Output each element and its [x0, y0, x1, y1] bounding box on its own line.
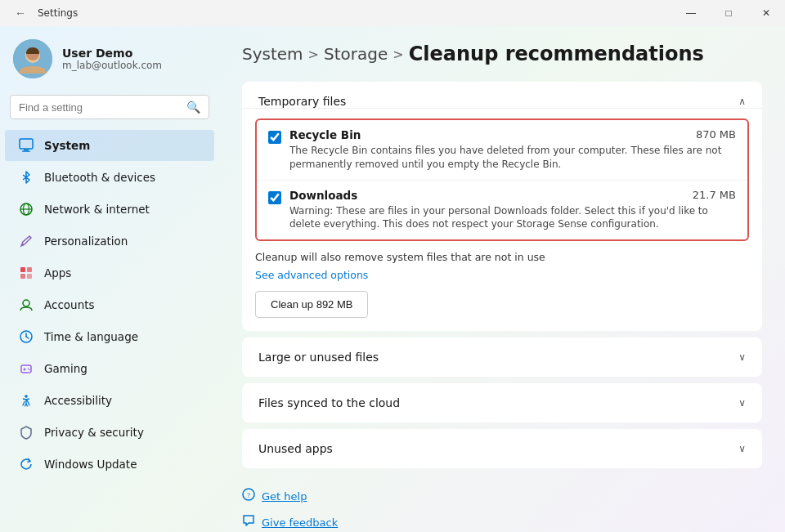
personalization-icon: [18, 233, 34, 249]
back-button[interactable]: ←: [10, 3, 31, 23]
network-icon: [18, 201, 34, 217]
downloads-item: Downloads 21.7 MB Warning: These are fil…: [257, 181, 747, 240]
give-feedback-link[interactable]: Give feedback: [242, 511, 762, 532]
large-unused-header[interactable]: Large or unused files ∨: [242, 338, 762, 377]
recycle-bin-name-row: Recycle Bin 870 MB: [289, 128, 736, 141]
sidebar-item-bluetooth[interactable]: Bluetooth & devices: [5, 162, 214, 193]
privacy-icon: [18, 424, 34, 440]
see-advanced-link[interactable]: See advanced options: [255, 269, 368, 281]
downloads-details: Downloads 21.7 MB Warning: These are fil…: [289, 189, 736, 232]
cleanup-button[interactable]: Clean up 892 MB: [255, 291, 368, 318]
sidebar-item-apps[interactable]: Apps: [5, 257, 214, 288]
unused-apps-header[interactable]: Unused apps ∨: [242, 429, 762, 468]
downloads-size: 21.7 MB: [693, 189, 736, 201]
sidebar-item-system-label: System: [44, 139, 90, 152]
temporary-files-label: Temporary files: [258, 95, 346, 108]
give-feedback-label: Give feedback: [262, 516, 338, 529]
titlebar: ← Settings — □ ✕: [0, 0, 785, 26]
svg-rect-13: [27, 274, 32, 279]
svg-line-17: [26, 337, 29, 338]
svg-rect-10: [20, 267, 25, 272]
accounts-icon: [18, 297, 34, 313]
unused-apps-section: Unused apps ∨: [242, 429, 762, 468]
chevron-down-icon-1: ∨: [738, 351, 746, 363]
bluetooth-icon: [18, 169, 34, 186]
window-title: Settings: [38, 7, 78, 19]
sidebar-item-personalization-label: Personalization: [44, 235, 128, 248]
help-icon: ?: [242, 488, 255, 504]
cloud-sync-header[interactable]: Files synced to the cloud ∨: [242, 383, 762, 422]
cloud-sync-section: Files synced to the cloud ∨: [242, 383, 762, 422]
sidebar-item-time[interactable]: Time & language: [5, 321, 214, 352]
sidebar-item-privacy-label: Privacy & security: [44, 426, 144, 439]
apps-icon: [18, 265, 34, 281]
sidebar-item-accessibility[interactable]: Accessibility: [5, 385, 214, 416]
svg-rect-3: [20, 139, 33, 149]
content-area: System > Storage > Cleanup recommendatio…: [219, 26, 785, 532]
user-info: User Demo m_lab@outlook.com: [62, 47, 162, 71]
search-box[interactable]: 🔍: [10, 95, 209, 119]
unused-apps-label: Unused apps: [258, 442, 333, 455]
window-controls: — □ ✕: [672, 0, 785, 26]
chevron-up-icon: ∧: [738, 96, 746, 107]
page-title: Cleanup recommendations: [409, 42, 704, 65]
sidebar-item-update-label: Windows Update: [44, 458, 137, 471]
svg-rect-12: [20, 274, 25, 279]
recycle-bin-size: 870 MB: [696, 128, 736, 141]
sidebar-item-network-label: Network & internet: [44, 203, 150, 216]
large-unused-section: Large or unused files ∨: [242, 338, 762, 377]
breadcrumb-sep-1: >: [308, 47, 319, 62]
get-help-link[interactable]: ? Get help: [242, 485, 762, 507]
user-profile: User Demo m_lab@outlook.com: [0, 26, 219, 92]
gaming-icon: [18, 360, 34, 377]
recycle-bin-checkbox[interactable]: [268, 131, 281, 144]
sidebar-item-personalization[interactable]: Personalization: [5, 226, 214, 257]
sidebar: User Demo m_lab@outlook.com 🔍 System Blu…: [0, 26, 219, 532]
user-email: m_lab@outlook.com: [62, 60, 162, 71]
sidebar-item-privacy[interactable]: Privacy & security: [5, 417, 214, 448]
search-icon: 🔍: [186, 101, 200, 114]
app-body: User Demo m_lab@outlook.com 🔍 System Blu…: [0, 26, 785, 532]
svg-text:?: ?: [247, 491, 250, 499]
close-button[interactable]: ✕: [747, 0, 785, 26]
cloud-sync-label: Files synced to the cloud: [258, 396, 400, 409]
minimize-button[interactable]: —: [672, 0, 710, 26]
svg-rect-4: [24, 150, 29, 151]
svg-point-9: [21, 244, 24, 246]
temporary-files-body: Recycle Bin 870 MB The Recycle Bin conta…: [242, 108, 762, 331]
svg-rect-11: [27, 267, 32, 272]
sidebar-item-system[interactable]: System: [5, 130, 214, 161]
recycle-bin-details: Recycle Bin 870 MB The Recycle Bin conta…: [289, 128, 736, 172]
svg-point-21: [29, 369, 30, 371]
breadcrumb-system: System: [242, 44, 303, 64]
sidebar-item-update[interactable]: Windows Update: [5, 449, 214, 480]
accessibility-icon: [18, 392, 34, 409]
sidebar-item-network[interactable]: Network & internet: [5, 194, 214, 225]
svg-rect-5: [22, 151, 30, 152]
user-name: User Demo: [62, 47, 162, 60]
temporary-files-section: Temporary files ∧ Recycle Bin 870 MB: [242, 82, 762, 331]
highlighted-file-items: Recycle Bin 870 MB The Recycle Bin conta…: [255, 118, 749, 241]
sidebar-item-accounts[interactable]: Accounts: [5, 289, 214, 320]
update-icon: [18, 456, 34, 472]
sidebar-item-bluetooth-label: Bluetooth & devices: [44, 171, 155, 184]
time-icon: [18, 329, 34, 345]
maximize-button[interactable]: □: [710, 0, 747, 26]
large-unused-label: Large or unused files: [258, 351, 379, 364]
breadcrumb-storage: Storage: [324, 44, 388, 64]
recycle-bin-desc: The Recycle Bin contains files you have …: [289, 144, 736, 172]
svg-point-20: [28, 368, 29, 369]
sidebar-item-gaming[interactable]: Gaming: [5, 353, 214, 384]
sidebar-item-accounts-label: Accounts: [44, 298, 95, 311]
sidebar-item-accessibility-label: Accessibility: [44, 394, 112, 407]
feedback-icon: [242, 514, 255, 530]
downloads-checkbox[interactable]: [268, 191, 281, 204]
cleanup-note: Cleanup will also remove system files th…: [255, 251, 749, 263]
temporary-files-header[interactable]: Temporary files ∧: [242, 82, 762, 108]
svg-point-14: [23, 300, 29, 306]
downloads-name-row: Downloads 21.7 MB: [289, 189, 736, 202]
footer-links: ? Get help Give feedback: [242, 475, 762, 532]
search-input[interactable]: [19, 101, 180, 114]
sidebar-item-time-label: Time & language: [44, 330, 138, 343]
downloads-desc: Warning: These are files in your persona…: [289, 204, 736, 232]
